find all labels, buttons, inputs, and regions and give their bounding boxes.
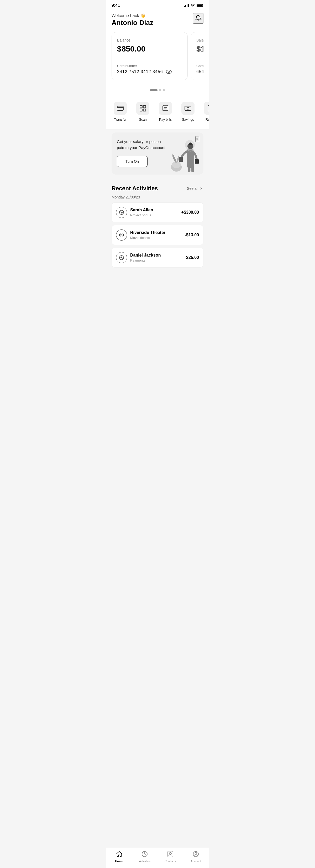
- transfer-icon-box: [114, 102, 127, 115]
- see-all-button[interactable]: See all: [187, 186, 203, 191]
- promo-banner: × Get your salary or pesion paid to your…: [112, 132, 203, 175]
- card-number-2: 6542: [196, 69, 203, 74]
- nav-item-activities[interactable]: Activities: [137, 851, 152, 863]
- date-label: Monday 21/08/23: [106, 195, 209, 203]
- action-label-request: Reque: [206, 118, 209, 121]
- txn-desc-1: Project bonus: [130, 213, 178, 217]
- txn-details-3: Daniel Jackson Payments: [130, 253, 182, 262]
- txn-direction-icon-2: [116, 229, 127, 241]
- card-label-2: Balance: [196, 38, 203, 42]
- nav-label-contacts: Contacts: [165, 860, 176, 863]
- svg-rect-8: [117, 106, 124, 111]
- bank-card-1[interactable]: Balance $850.00 Card number 2412 7512 34…: [112, 32, 188, 80]
- svg-point-7: [168, 71, 170, 72]
- recent-activities-section: Recent Activities See all Monday 21/08/2…: [106, 180, 209, 268]
- svg-point-30: [189, 143, 192, 145]
- card-number-row-1: 2412 7512 3412 3456: [117, 69, 182, 74]
- bottom-nav: Home Activities Contacts: [106, 848, 209, 868]
- status-bar: 9:41: [106, 0, 209, 10]
- svg-point-42: [195, 852, 197, 854]
- activities-icon: [141, 851, 148, 859]
- scan-icon: [140, 105, 146, 112]
- svg-rect-0: [184, 6, 185, 7]
- action-transfer[interactable]: Transfer: [109, 99, 132, 124]
- nav-item-account[interactable]: Account: [188, 851, 204, 863]
- signal-icon: [184, 4, 189, 7]
- txn-direction-icon-3: [116, 252, 127, 263]
- nav-item-contacts[interactable]: Contacts: [163, 851, 178, 863]
- status-time: 9:41: [112, 3, 120, 8]
- action-paybills[interactable]: Pay bills: [154, 99, 177, 124]
- card-number-label-2: Card n: [196, 64, 203, 68]
- transaction-item[interactable]: Riverside Theater Movie tickets -$13.00: [112, 225, 203, 245]
- action-request[interactable]: Reque: [199, 99, 209, 124]
- card-balance-1: $850.00: [117, 44, 182, 53]
- action-scan[interactable]: Scan: [132, 99, 154, 124]
- nav-item-home[interactable]: Home: [111, 851, 127, 863]
- section-title: Recent Activities: [112, 185, 158, 192]
- nav-label-account: Account: [190, 860, 201, 863]
- contacts-icon: [167, 851, 174, 859]
- svg-point-40: [169, 852, 171, 855]
- action-savings[interactable]: Savings: [177, 99, 199, 124]
- card-number-label-1: Card number: [117, 64, 182, 68]
- card-balance-2: $115: [196, 44, 203, 53]
- txn-amount-2: -$13.00: [185, 232, 199, 237]
- section-header: Recent Activities See all: [106, 180, 209, 195]
- svg-point-28: [172, 161, 181, 168]
- transaction-item[interactable]: Daniel Jackson Payments -$25.00: [112, 248, 203, 268]
- svg-point-19: [187, 107, 189, 110]
- svg-rect-33: [188, 167, 190, 172]
- promo-illustration: [167, 135, 201, 175]
- actions-scroll: Transfer Scan: [106, 99, 209, 124]
- svg-rect-5: [197, 4, 202, 7]
- svg-rect-15: [163, 106, 168, 111]
- status-icons: [184, 4, 203, 7]
- request-icon-box: [204, 102, 209, 115]
- action-label-savings: Savings: [182, 118, 194, 121]
- savings-icon: [184, 105, 191, 112]
- txn-desc-2: Movie tickets: [130, 236, 182, 240]
- bank-card-2[interactable]: Balance $115 Card n 6542: [191, 32, 203, 80]
- paybills-icon: [162, 105, 169, 112]
- eye-icon[interactable]: [166, 69, 172, 74]
- txn-amount-1: +$300.00: [181, 210, 199, 215]
- txn-amount-3: -$25.00: [185, 255, 199, 260]
- svg-rect-31: [179, 157, 183, 162]
- svg-rect-34: [191, 167, 194, 172]
- scan-icon-box: [136, 102, 149, 115]
- promo-cta-button[interactable]: Turn On: [117, 156, 147, 167]
- arrow-down-right-icon: [119, 210, 124, 215]
- svg-point-6: [166, 70, 171, 73]
- dot-2: [159, 89, 161, 91]
- wifi-icon: [190, 4, 195, 7]
- action-label-scan: Scan: [139, 118, 147, 121]
- notification-button[interactable]: [193, 13, 203, 24]
- transaction-item[interactable]: Sarah Allen Project bonus +$300.00: [112, 203, 203, 222]
- welcome-text: Welcome back 👋: [112, 13, 153, 18]
- paybills-icon-box: [159, 102, 172, 115]
- quick-actions: Transfer Scan: [106, 96, 209, 129]
- bell-icon: [195, 15, 202, 22]
- action-label-transfer: Transfer: [114, 118, 127, 121]
- svg-rect-12: [143, 105, 146, 108]
- cards-scroll[interactable]: Balance $850.00 Card number 2412 7512 34…: [112, 32, 203, 80]
- arrow-up-left-icon-2: [119, 255, 124, 260]
- txn-name-3: Daniel Jackson: [130, 253, 182, 258]
- txn-direction-icon-1: [116, 207, 127, 218]
- svg-rect-14: [143, 109, 146, 111]
- txn-details-2: Riverside Theater Movie tickets: [130, 230, 182, 240]
- card-dots: [106, 86, 209, 96]
- txn-details-1: Sarah Allen Project bonus: [130, 208, 178, 217]
- svg-rect-3: [188, 4, 189, 7]
- txn-name-2: Riverside Theater: [130, 230, 182, 235]
- page-header: Welcome back 👋 Antonio Diaz: [106, 10, 209, 32]
- user-name: Antonio Diaz: [112, 19, 153, 27]
- nav-label-home: Home: [115, 860, 123, 863]
- transfer-icon: [117, 105, 124, 111]
- bottom-spacer: [106, 270, 209, 294]
- svg-rect-13: [140, 109, 142, 111]
- user-greeting: Welcome back 👋 Antonio Diaz: [112, 13, 153, 27]
- dot-1: [150, 89, 158, 91]
- chevron-right-icon: [199, 186, 203, 191]
